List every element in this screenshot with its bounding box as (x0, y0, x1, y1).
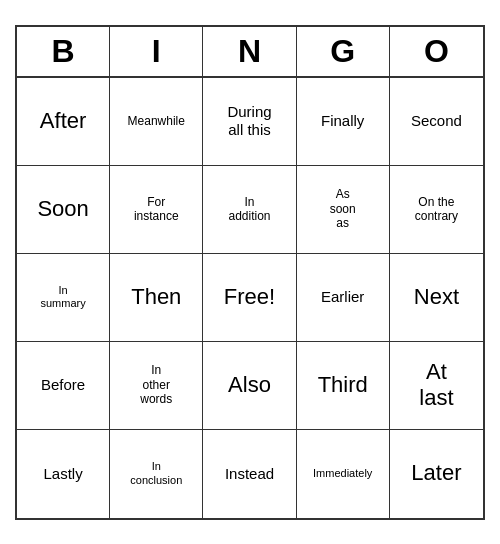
bingo-card: BINGO AfterMeanwhileDuring all thisFinal… (15, 25, 485, 520)
bingo-cell-8: As soon as (297, 166, 390, 254)
cell-text: In other words (140, 363, 172, 406)
cell-text: Meanwhile (128, 114, 185, 128)
bingo-cell-22: Instead (203, 430, 296, 518)
bingo-cell-18: Third (297, 342, 390, 430)
cell-text: After (40, 108, 86, 134)
bingo-cell-17: Also (203, 342, 296, 430)
bingo-cell-12: Free! (203, 254, 296, 342)
bingo-cell-19: At last (390, 342, 483, 430)
bingo-cell-4: Second (390, 78, 483, 166)
cell-text: Also (228, 372, 271, 398)
bingo-letter-i: I (110, 27, 203, 76)
bingo-cell-10: In summary (17, 254, 110, 342)
bingo-grid: AfterMeanwhileDuring all thisFinallySeco… (17, 78, 483, 518)
bingo-letter-g: G (297, 27, 390, 76)
cell-text: At last (419, 359, 453, 412)
cell-text: During all this (227, 103, 271, 139)
cell-text: Lastly (44, 465, 83, 483)
cell-text: Later (411, 460, 461, 486)
cell-text: For instance (134, 195, 179, 224)
bingo-cell-7: In addition (203, 166, 296, 254)
bingo-cell-6: For instance (110, 166, 203, 254)
cell-text: Free! (224, 284, 275, 310)
bingo-cell-21: In conclusion (110, 430, 203, 518)
bingo-cell-0: After (17, 78, 110, 166)
bingo-cell-16: In other words (110, 342, 203, 430)
cell-text: Instead (225, 465, 274, 483)
cell-text: Second (411, 112, 462, 130)
cell-text: In conclusion (130, 460, 182, 486)
cell-text: Third (318, 372, 368, 398)
bingo-cell-23: Immediately (297, 430, 390, 518)
bingo-cell-5: Soon (17, 166, 110, 254)
bingo-header: BINGO (17, 27, 483, 78)
bingo-cell-1: Meanwhile (110, 78, 203, 166)
bingo-cell-24: Later (390, 430, 483, 518)
bingo-cell-2: During all this (203, 78, 296, 166)
cell-text: Next (414, 284, 459, 310)
bingo-cell-20: Lastly (17, 430, 110, 518)
cell-text: As soon as (330, 187, 356, 230)
cell-text: Before (41, 376, 85, 394)
cell-text: On the contrary (415, 195, 458, 224)
bingo-cell-15: Before (17, 342, 110, 430)
cell-text: In summary (40, 284, 85, 310)
bingo-letter-o: O (390, 27, 483, 76)
cell-text: Then (131, 284, 181, 310)
cell-text: Soon (37, 196, 88, 222)
bingo-cell-14: Next (390, 254, 483, 342)
bingo-cell-13: Earlier (297, 254, 390, 342)
bingo-cell-9: On the contrary (390, 166, 483, 254)
cell-text: Finally (321, 112, 364, 130)
bingo-letter-n: N (203, 27, 296, 76)
cell-text: Immediately (313, 467, 372, 480)
cell-text: In addition (228, 195, 270, 224)
bingo-cell-11: Then (110, 254, 203, 342)
bingo-letter-b: B (17, 27, 110, 76)
cell-text: Earlier (321, 288, 364, 306)
bingo-cell-3: Finally (297, 78, 390, 166)
